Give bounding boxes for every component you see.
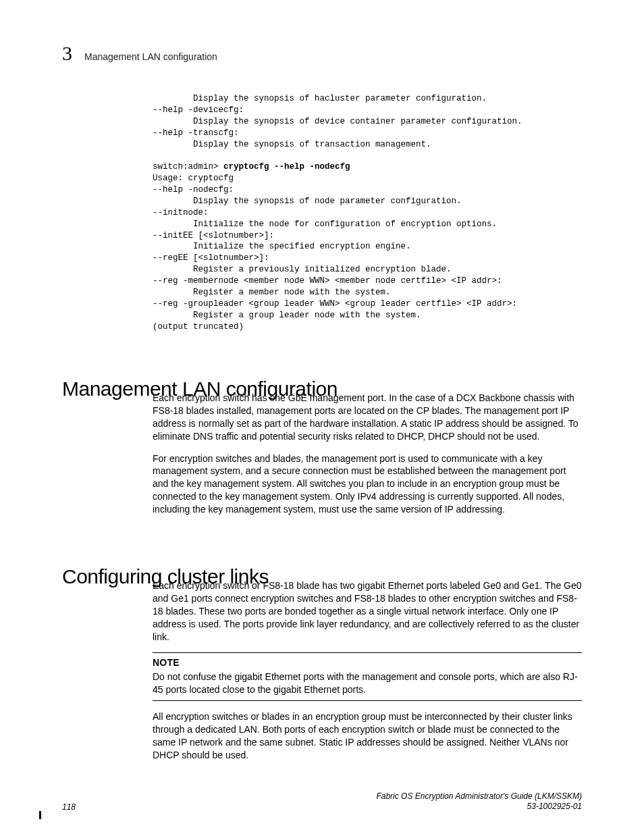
running-header-title: Management LAN configuration bbox=[84, 51, 217, 62]
code-line: Display the synopsis of hacluster parame… bbox=[153, 94, 487, 103]
code-line: --initnode: bbox=[153, 208, 209, 217]
section-body-cluster-links: Each encryption switch or FS8-18 blade h… bbox=[153, 579, 582, 771]
code-line: Initialize the specified encryption engi… bbox=[153, 242, 411, 251]
page: 3 Management LAN configuration Display t… bbox=[0, 0, 644, 834]
paragraph: All encryption switches or blades in an … bbox=[153, 710, 582, 762]
code-line: --initEE [<slotnumber>]: bbox=[153, 231, 274, 240]
doc-number: 53-1002925-01 bbox=[376, 802, 582, 812]
code-line: --help -devicecfg: bbox=[153, 105, 244, 115]
running-header: 3 Management LAN configuration bbox=[62, 42, 582, 65]
doc-title: Fabric OS Encryption Administrator's Gui… bbox=[376, 791, 582, 802]
code-line: Display the synopsis of node parameter c… bbox=[153, 197, 462, 206]
paragraph: For encryption switches and blades, the … bbox=[153, 452, 582, 516]
note-label: NOTE bbox=[153, 656, 582, 669]
paragraph: Each encryption switch or FS8-18 blade h… bbox=[153, 579, 582, 643]
code-line: switch:admin> bbox=[153, 162, 223, 172]
code-line: (output truncated) bbox=[153, 322, 244, 332]
code-line: Display the synopsis of transaction mana… bbox=[153, 140, 431, 149]
code-line: --regEE [<slotnumber>]: bbox=[153, 253, 269, 263]
paragraph: Each encryption switch has one GbE manag… bbox=[153, 392, 582, 443]
change-bar-icon bbox=[39, 811, 41, 819]
code-line: --reg -membernode <member node WWN> <mem… bbox=[153, 276, 502, 286]
chapter-number: 3 bbox=[62, 42, 72, 65]
code-line: --help -transcfg: bbox=[153, 128, 239, 138]
code-line: Display the synopsis of device container… bbox=[153, 117, 522, 126]
code-line: Register a member node with the system. bbox=[153, 288, 391, 297]
page-footer: 118 Fabric OS Encryption Administrator's… bbox=[62, 791, 582, 812]
note-text: Do not confuse the gigabit Ethernet port… bbox=[153, 671, 582, 696]
code-line: Register a previously initialized encryp… bbox=[153, 265, 452, 274]
page-number: 118 bbox=[62, 802, 76, 812]
code-line: Usage: cryptocfg bbox=[153, 174, 234, 183]
code-command: cryptocfg --help -nodecfg bbox=[223, 162, 350, 172]
code-line: Initialize the node for configuration of… bbox=[153, 219, 497, 229]
code-line: --reg -groupleader <group leader WWN> <g… bbox=[153, 299, 517, 309]
section-body-management-lan: Each encryption switch has one GbE manag… bbox=[153, 392, 582, 525]
document-id: Fabric OS Encryption Administrator's Gui… bbox=[376, 791, 582, 812]
note-block: NOTE Do not confuse the gigabit Ethernet… bbox=[153, 652, 582, 701]
code-line: --help -nodecfg: bbox=[153, 185, 234, 194]
code-line: Register a group leader node with the sy… bbox=[153, 311, 421, 320]
code-block: Display the synopsis of hacluster parame… bbox=[153, 93, 582, 332]
